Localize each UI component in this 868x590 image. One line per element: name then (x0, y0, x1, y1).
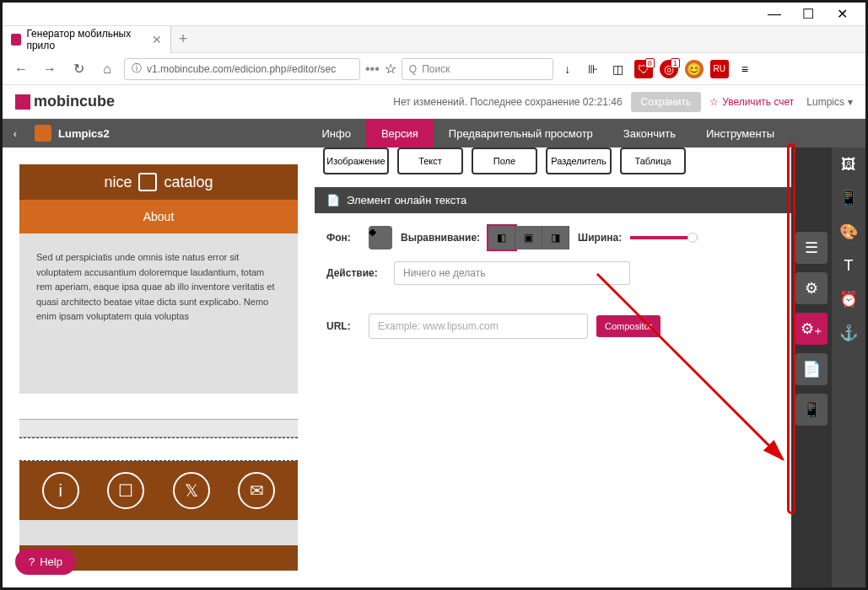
shield-icon[interactable]: 🛡8 (634, 60, 653, 78)
section-header: 📄 Элемент онлайн текста (315, 187, 865, 213)
library-icon[interactable]: ⊪ (584, 60, 602, 78)
image-tool-icon[interactable]: 🖼 (832, 148, 865, 181)
star-icon[interactable]: ☆ (385, 61, 396, 77)
nav-tab-preview[interactable]: Предварительный просмотр (434, 119, 608, 148)
mock-divider[interactable] (19, 419, 298, 437)
mail-icon[interactable]: ✉ (238, 472, 275, 509)
logo-text: mobincube (34, 93, 115, 110)
nav-back-button[interactable]: ‹ (3, 127, 28, 140)
element-field-button[interactable]: Поле (472, 148, 537, 174)
menu-icon[interactable]: ≡ (736, 60, 754, 78)
app-name: Lumpics2 (58, 127, 176, 140)
nav-tab-version[interactable]: Версия (366, 119, 434, 148)
width-label: Ширина: (578, 232, 622, 244)
save-button[interactable]: Сохранить (631, 92, 702, 112)
bg-label: Фон: (326, 232, 360, 244)
logo[interactable]: mobincube (15, 93, 115, 110)
chevron-down-icon: ▾ (848, 96, 853, 108)
search-icon: Q (409, 63, 417, 75)
align-left-button[interactable]: ◧ (488, 226, 515, 249)
palette-tool-icon[interactable]: 🎨 (832, 215, 865, 249)
url-text: v1.mobincube.com/edicion.php#editor/sec (147, 63, 336, 75)
home-button[interactable]: ⌂ (95, 57, 119, 81)
mid-toolbar: ☰ ⚙ ⚙₊ 📄 📱 (791, 148, 832, 587)
upgrade-link[interactable]: ☆ Увеличить счет (709, 96, 794, 108)
sidebar-icon[interactable]: ◫ (609, 60, 628, 78)
align-right-button[interactable]: ◨ (542, 226, 569, 249)
device-tool-icon[interactable]: 📱 (832, 181, 865, 215)
right-toolbar: 🖼 📱 🎨 T ⏰ ⚓ (832, 148, 865, 587)
browser-tab[interactable]: Генератор мобильных прило ✕ (3, 26, 171, 53)
help-button[interactable]: ? Help (15, 549, 76, 575)
help-icon: ? (29, 555, 35, 568)
section-icon: 📄 (326, 194, 340, 206)
action-label: Действие: (326, 267, 385, 279)
align-label: Выравнивание: (401, 232, 480, 244)
favicon-icon (11, 34, 21, 46)
back-button[interactable]: ← (9, 57, 33, 81)
nav-tab-info[interactable]: Инфо (306, 119, 365, 148)
twitter-icon[interactable]: 𝕏 (173, 472, 210, 509)
maximize-button[interactable]: ☐ (791, 3, 825, 26)
download-icon[interactable]: ↓ (558, 60, 577, 78)
settings-tool-button[interactable]: ⚙ (795, 272, 828, 304)
close-button[interactable]: ✕ (825, 3, 859, 26)
new-tab-button[interactable]: + (171, 30, 195, 48)
mock-footer: i ☐ 𝕏 ✉ (19, 461, 298, 520)
ring-icon[interactable]: ◎1 (660, 60, 678, 78)
clock-tool-icon[interactable]: ⏰ (832, 282, 865, 316)
list-tool-button[interactable]: ☰ (795, 232, 828, 264)
bg-color-button[interactable]: ◆ (369, 226, 392, 249)
tab-title: Генератор мобильных прило (26, 28, 147, 51)
action-dropdown[interactable]: Ничего не делать (394, 261, 630, 285)
nav-tab-finish[interactable]: Закончить (608, 119, 691, 148)
forward-button[interactable]: → (38, 57, 62, 81)
nav-tab-tools[interactable]: Инструменты (691, 119, 790, 148)
ext-icon[interactable]: 😊 (685, 60, 704, 78)
search-input[interactable]: Q Поиск (402, 58, 553, 80)
tab-close-icon[interactable]: ✕ (152, 33, 162, 46)
info-icon[interactable]: i (42, 472, 79, 509)
mobile-tool-button[interactable]: 📱 (795, 394, 828, 426)
lang-icon[interactable]: RU (710, 60, 729, 78)
url-input[interactable]: ⓘ v1.mobincube.com/edicion.php#editor/se… (124, 58, 360, 80)
minimize-button[interactable]: — (757, 3, 791, 26)
text-tool-icon[interactable]: T (832, 249, 865, 282)
mock-body: Sed ut perspiciatis unde omnis iste natu… (19, 233, 298, 394)
reload-button[interactable]: ↻ (67, 57, 90, 81)
mock-header: nice catalog (19, 164, 298, 200)
element-table-button[interactable]: Таблица (620, 148, 686, 174)
mock-logo-icon (138, 173, 157, 191)
tab-bar: Генератор мобильных прило ✕ + (3, 26, 865, 53)
width-slider[interactable] (630, 236, 698, 239)
star-icon: ☆ (709, 96, 719, 108)
app-icon (35, 125, 51, 142)
mock-selected-element[interactable] (19, 437, 298, 461)
element-divider-button[interactable]: Разделитель (546, 148, 612, 174)
align-center-button[interactable]: ▣ (515, 226, 542, 249)
mock-about: About (19, 200, 298, 233)
search-placeholder: Поиск (422, 63, 450, 75)
save-status: Нет изменений. Последнее сохранение 02:2… (115, 96, 631, 108)
element-text-button[interactable]: Текст (397, 148, 463, 174)
advanced-tool-button[interactable]: ⚙₊ (795, 313, 828, 345)
phone-preview: nice catalog About Sed ut perspiciatis u… (19, 164, 298, 571)
user-menu[interactable]: Lumpics ▾ (806, 96, 853, 108)
logo-icon (15, 94, 30, 110)
url-field[interactable]: Example: www.lipsum.com (369, 314, 588, 339)
url-label: URL: (326, 320, 360, 332)
compositor-button[interactable]: Compositor (596, 315, 660, 337)
anchor-tool-icon[interactable]: ⚓ (832, 316, 865, 350)
document-tool-button[interactable]: 📄 (795, 353, 828, 385)
element-image-button[interactable]: Изображение (323, 148, 389, 174)
info-icon: ⓘ (132, 62, 142, 76)
book-icon[interactable]: ☐ (107, 472, 144, 509)
